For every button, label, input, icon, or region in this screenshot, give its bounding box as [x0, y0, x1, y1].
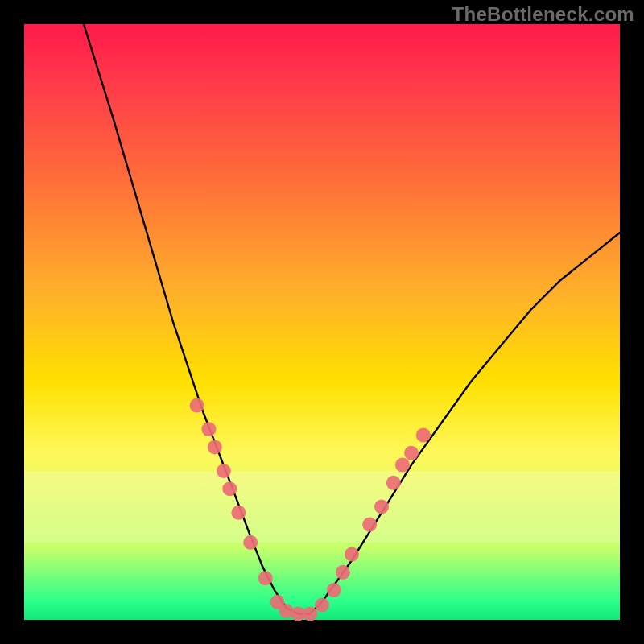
- data-point-marker: [416, 428, 431, 443]
- data-point-marker: [362, 518, 377, 532]
- data-point-marker: [386, 476, 401, 490]
- data-point-marker: [327, 583, 341, 597]
- chart-frame: TheBottleneck.com: [0, 0, 644, 644]
- data-point-marker: [243, 535, 258, 550]
- data-point-marker: [201, 422, 216, 436]
- curve-markers: [190, 398, 431, 621]
- bottleneck-curve: [84, 24, 620, 614]
- data-point-marker: [231, 506, 246, 520]
- data-point-marker: [303, 607, 317, 621]
- data-point-marker: [190, 398, 204, 413]
- data-point-marker: [315, 598, 329, 613]
- data-point-marker: [374, 499, 389, 514]
- data-point-marker: [345, 547, 359, 562]
- curve-layer: [24, 24, 620, 620]
- data-point-marker: [258, 571, 273, 585]
- data-point-marker: [336, 565, 350, 580]
- data-point-marker: [222, 481, 237, 496]
- plot-area: [24, 24, 620, 620]
- data-point-marker: [404, 446, 419, 460]
- data-point-marker: [208, 440, 222, 454]
- data-point-marker: [217, 464, 231, 478]
- data-point-marker: [395, 458, 410, 473]
- watermark-text: TheBottleneck.com: [452, 3, 634, 26]
